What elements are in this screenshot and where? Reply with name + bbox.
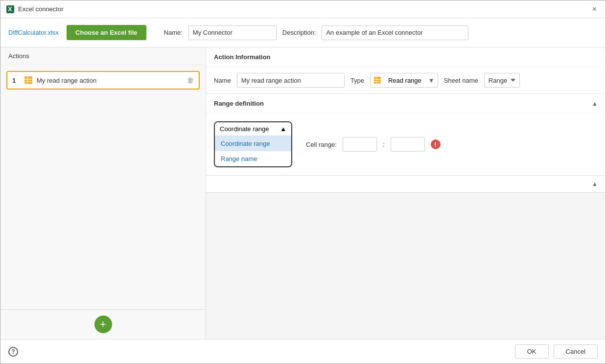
action-information-header: Action Information: [206, 47, 606, 67]
range-section-collapse-icon[interactable]: ▲: [592, 100, 598, 107]
svg-rect-6: [374, 77, 381, 84]
connector-info: Name: Description:: [164, 25, 598, 40]
choose-file-button[interactable]: Choose an Excel file: [67, 25, 146, 40]
type-select-chevron: ▼: [425, 77, 438, 84]
add-action-button[interactable]: +: [94, 316, 112, 333]
action-item[interactable]: 1 My read range action 🗑: [6, 71, 200, 90]
ok-button[interactable]: OK: [515, 344, 549, 359]
file-link[interactable]: DiffCalculator.xlsx: [8, 29, 59, 36]
excel-connector-dialog: X Excel connector × DiffCalculator.xlsx …: [0, 0, 606, 364]
connector-name-input[interactable]: [188, 25, 277, 40]
dropdown-item-coordinate-range[interactable]: Coordinate range: [215, 136, 291, 151]
main-content: Actions 1 My read range action 🗑 +: [0, 47, 606, 339]
cell-range-colon: :: [383, 141, 385, 148]
action-name-label: Name: [214, 77, 231, 84]
dropdown-item-range-name[interactable]: Range name: [215, 151, 291, 166]
left-panel-bottom: +: [0, 309, 206, 339]
svg-text:X: X: [8, 5, 12, 13]
type-value: Read range: [384, 77, 425, 84]
read-range-icon: [24, 76, 33, 85]
actions-header: Actions: [0, 47, 206, 65]
cell-range-label: Cell range:: [306, 141, 337, 148]
connector-description-input[interactable]: [322, 25, 468, 40]
svg-rect-2: [24, 76, 32, 84]
action-name: My read range action: [37, 77, 183, 84]
action-information-section: Action Information Name Type: [206, 47, 606, 94]
bottom-bar: ? OK Cancel: [0, 339, 606, 364]
dropdown-chevron-up-icon: ▲: [280, 125, 286, 133]
cancel-button[interactable]: Cancel: [554, 344, 598, 359]
range-definition-section: Range definition ▲ Coordinate range ▲ Co…: [206, 94, 606, 176]
dropdown-items: Coordinate range Range name: [215, 136, 291, 166]
extra-section: ▲: [206, 176, 606, 193]
right-panel: Action Information Name Type: [206, 47, 606, 339]
delete-action-icon[interactable]: 🗑: [187, 76, 194, 84]
action-name-input[interactable]: [237, 73, 345, 88]
action-information-title: Action Information: [214, 53, 271, 61]
range-type-dropdown[interactable]: Coordinate range ▲ Coordinate range Rang…: [214, 121, 292, 167]
action-information-body: Name Type Read range: [206, 67, 606, 93]
extra-section-collapse-icon[interactable]: ▲: [592, 181, 598, 187]
excel-icon: X: [6, 5, 14, 13]
dropdown-trigger[interactable]: Coordinate range ▲: [215, 122, 291, 136]
sheet-name-select[interactable]: Range: [484, 73, 520, 88]
cell-range-error-icon: !: [431, 139, 441, 149]
type-select-wrapper[interactable]: Read range ▼: [370, 73, 438, 88]
range-definition-title: Range definition: [214, 100, 264, 107]
left-panel: Actions 1 My read range action 🗑 +: [0, 47, 206, 339]
type-label: Type: [350, 77, 364, 84]
title-bar: X Excel connector ×: [0, 0, 606, 18]
top-bar: DiffCalculator.xlsx Choose an Excel file…: [0, 18, 606, 47]
close-button[interactable]: ×: [589, 4, 600, 14]
cell-range-to-input[interactable]: [391, 137, 425, 152]
cell-range-from-input[interactable]: [343, 137, 377, 152]
range-section-body: Coordinate range ▲ Coordinate range Rang…: [206, 114, 606, 175]
sheet-name-label: Sheet name: [444, 77, 478, 84]
range-definition-header: Range definition ▲: [206, 94, 606, 114]
help-icon[interactable]: ?: [8, 347, 18, 357]
dropdown-selected-value: Coordinate range: [220, 125, 269, 133]
action-number: 1: [12, 77, 20, 84]
type-select-icon: [371, 76, 384, 84]
dialog-title: Excel connector: [18, 5, 589, 13]
name-label: Name:: [164, 29, 183, 36]
description-label: Description:: [282, 29, 316, 36]
